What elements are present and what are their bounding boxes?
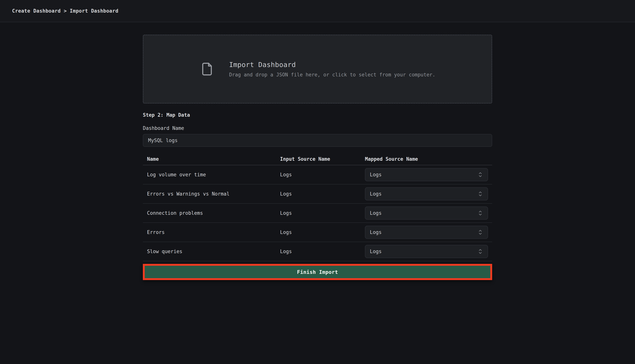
column-header-mapped-source: Mapped Source Name bbox=[365, 156, 492, 162]
chevron-up-down-icon bbox=[478, 210, 483, 216]
json-file-dropzone[interactable]: Import Dashboard Drag and drop a JSON fi… bbox=[143, 35, 492, 104]
dropzone-subtitle: Drag and drop a JSON file here, or click… bbox=[229, 72, 435, 78]
import-dashboard-panel: Import Dashboard Drag and drop a JSON fi… bbox=[143, 22, 492, 280]
mapped-source-select[interactable]: Logs bbox=[365, 245, 488, 258]
table-row: Log volume over time Logs Logs bbox=[143, 165, 492, 184]
breadcrumb-separator: > bbox=[64, 8, 66, 14]
breadcrumb-import-dashboard: Import Dashboard bbox=[70, 8, 118, 14]
file-icon bbox=[200, 60, 214, 78]
row-name: Errors vs Warnings vs Normal bbox=[147, 191, 280, 197]
dashboard-name-label: Dashboard Name bbox=[143, 125, 492, 131]
column-header-name: Name bbox=[147, 156, 280, 162]
table-header-row: Name Input Source Name Mapped Source Nam… bbox=[143, 150, 492, 165]
row-input-source: Logs bbox=[280, 172, 365, 178]
mapped-source-select[interactable]: Logs bbox=[365, 187, 488, 200]
mapped-source-select[interactable]: Logs bbox=[365, 226, 488, 239]
chevron-up-down-icon bbox=[478, 190, 483, 197]
dropzone-title: Import Dashboard bbox=[229, 61, 435, 68]
row-input-source: Logs bbox=[280, 230, 365, 235]
selected-option-label: Logs bbox=[370, 191, 382, 197]
chevron-up-down-icon bbox=[478, 171, 483, 178]
breadcrumb: Create Dashboard > Import Dashboard bbox=[12, 8, 118, 14]
dropzone-text: Import Dashboard Drag and drop a JSON fi… bbox=[229, 61, 435, 78]
mapping-table: Name Input Source Name Mapped Source Nam… bbox=[143, 150, 492, 261]
row-input-source: Logs bbox=[280, 210, 365, 216]
top-navigation-bar: Create Dashboard > Import Dashboard bbox=[0, 0, 635, 22]
table-row: Slow queries Logs Logs bbox=[143, 242, 492, 261]
row-name: Log volume over time bbox=[147, 172, 280, 178]
finish-import-button[interactable]: Finish Import bbox=[145, 266, 490, 278]
selected-option-label: Logs bbox=[370, 230, 382, 235]
dashboard-name-input[interactable] bbox=[143, 134, 492, 147]
table-row: Errors vs Warnings vs Normal Logs Logs bbox=[143, 184, 492, 204]
row-input-source: Logs bbox=[280, 191, 365, 197]
annotation-highlight-rectangle: Finish Import bbox=[143, 264, 492, 280]
selected-option-label: Logs bbox=[370, 172, 382, 178]
row-name: Connection problems bbox=[147, 210, 280, 216]
table-row: Errors Logs Logs bbox=[143, 223, 492, 242]
column-header-input-source: Input Source Name bbox=[280, 156, 365, 162]
breadcrumb-create-dashboard[interactable]: Create Dashboard bbox=[12, 8, 60, 14]
table-body: Log volume over time Logs Logs Errors vs… bbox=[143, 165, 492, 261]
table-row: Connection problems Logs Logs bbox=[143, 204, 492, 223]
selected-option-label: Logs bbox=[370, 249, 382, 254]
row-input-source: Logs bbox=[280, 249, 365, 254]
row-name: Errors bbox=[147, 230, 280, 235]
row-name: Slow queries bbox=[147, 249, 280, 254]
mapped-source-select[interactable]: Logs bbox=[365, 168, 488, 181]
chevron-up-down-icon bbox=[478, 229, 483, 236]
chevron-up-down-icon bbox=[478, 248, 483, 255]
mapped-source-select[interactable]: Logs bbox=[365, 206, 488, 220]
selected-option-label: Logs bbox=[370, 210, 382, 216]
step-heading: Step 2: Map Data bbox=[143, 112, 492, 118]
